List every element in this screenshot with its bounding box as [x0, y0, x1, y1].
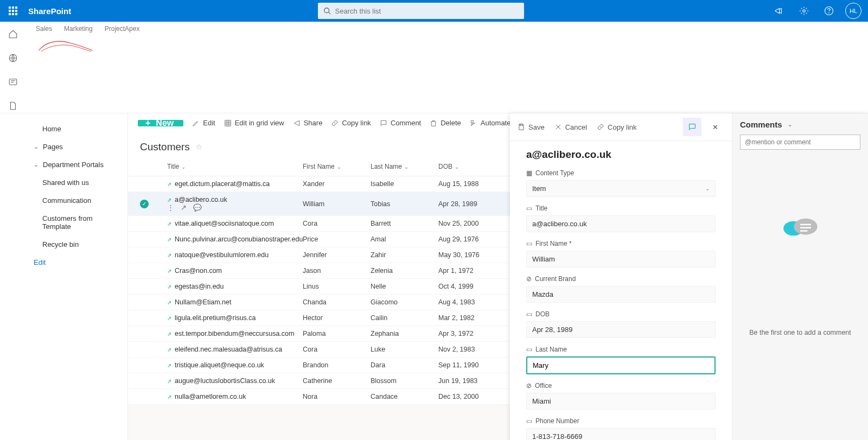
brand-label: SharePoint	[28, 7, 71, 16]
user-avatar[interactable]: HL	[845, 3, 861, 19]
nav-edit-link[interactable]: Edit	[26, 253, 127, 271]
svg-rect-9	[225, 120, 231, 126]
row-lastname: Amal	[371, 235, 438, 243]
link-icon: ⇗	[167, 299, 171, 305]
share-icon[interactable]: ↗	[181, 203, 187, 212]
chevron-down-icon: ⌄	[705, 186, 710, 192]
row-title: Nullam@Etiam.net	[175, 298, 231, 306]
nav-communication[interactable]: Communication	[26, 192, 127, 209]
form-title: a@aclibero.co.uk	[526, 149, 716, 161]
brand-field[interactable]: Mazda	[526, 286, 716, 303]
site-logo[interactable]	[36, 36, 95, 55]
suite-bar: SharePoint HL	[0, 0, 868, 22]
comments-heading[interactable]: Comments⌄	[740, 120, 860, 129]
globe-rail-icon[interactable]	[8, 53, 18, 65]
row-firstname: Paloma	[303, 330, 371, 337]
link-icon: ⇗	[167, 268, 171, 274]
row-title: tristique.aliquet@neque.co.uk	[175, 361, 264, 369]
nav-pages[interactable]: ⌄Pages	[26, 138, 127, 156]
office-field[interactable]: Miami	[526, 393, 716, 410]
field-label: ⊘Office	[526, 382, 716, 390]
comments-input[interactable]	[740, 135, 860, 150]
col-firstname[interactable]: First Name⌄	[303, 163, 371, 170]
hub-tabs: Sales Marketing ProjectApex	[26, 22, 868, 34]
lastname-input[interactable]	[526, 356, 716, 374]
row-lastname: Giacomo	[371, 298, 438, 306]
help-icon[interactable]	[820, 2, 838, 20]
app-launcher-icon[interactable]	[0, 7, 26, 15]
chevron-down-icon: ⌄	[337, 164, 341, 170]
pane-cancel-button[interactable]: Cancel	[554, 123, 587, 131]
field-label: ▭First Name *	[526, 240, 716, 247]
nav-home[interactable]: Home	[26, 120, 127, 138]
nav-shared[interactable]: Shared with us	[26, 174, 127, 192]
chevron-down-icon: ⌄	[34, 161, 39, 168]
row-lastname: Cailin	[371, 314, 438, 322]
svg-point-2	[803, 10, 806, 12]
link-icon: ⇗	[167, 252, 171, 258]
row-firstname: Price	[303, 235, 371, 243]
comments-toggle-icon[interactable]	[683, 118, 701, 136]
nav-customers-template[interactable]: Customers from Template	[26, 209, 127, 235]
comment-icon[interactable]: 💬	[193, 203, 202, 212]
pane-save-button[interactable]: Save	[518, 123, 545, 131]
star-icon[interactable]: ☆	[195, 142, 202, 152]
field-label: ▭Phone Number	[526, 417, 716, 425]
svg-rect-14	[520, 124, 523, 126]
search-box[interactable]	[318, 3, 524, 19]
nav-recycle[interactable]: Recycle bin	[26, 235, 127, 253]
col-dob[interactable]: DOB⌄	[438, 163, 509, 170]
phone-field[interactable]: 1-813-718-6669	[526, 428, 716, 440]
files-rail-icon[interactable]	[8, 101, 18, 113]
row-dob: Aug 15, 1988	[438, 180, 509, 188]
row-firstname: William	[303, 200, 371, 208]
dob-field[interactable]: Apr 28, 1989	[526, 321, 716, 338]
link-icon: ⇗	[167, 221, 171, 227]
delete-button[interactable]: Delete	[430, 119, 461, 127]
comments-art-icon	[740, 215, 860, 242]
more-icon[interactable]: ⋮	[167, 203, 174, 212]
field-label: ▦Content Type	[526, 169, 716, 177]
pencil-icon	[192, 119, 200, 127]
row-title: a@aclibero.co.uk	[175, 196, 227, 203]
news-rail-icon[interactable]	[8, 77, 18, 89]
home-rail-icon[interactable]	[8, 29, 18, 41]
content-type-select[interactable]: Item⌄	[526, 180, 716, 197]
pane-close-button[interactable]: ✕	[706, 118, 724, 136]
copylink-button[interactable]: Copy link	[331, 119, 371, 127]
link-icon: ⇗	[167, 331, 171, 337]
search-input[interactable]	[335, 7, 519, 15]
detail-pane: Save Cancel Copy link ✕ a@aclibero.co.uk…	[510, 113, 868, 440]
row-firstname: Jason	[303, 267, 371, 275]
row-title: augue@luctuslobortisClass.co.uk	[175, 377, 275, 385]
hub-tab[interactable]: Marketing	[64, 25, 93, 33]
col-title[interactable]: Title⌄	[167, 163, 303, 170]
row-firstname: Jennifer	[303, 251, 371, 259]
hub-tab[interactable]: ProjectApex	[105, 25, 140, 33]
row-firstname: Xander	[303, 180, 371, 188]
share-button[interactable]: Share	[293, 119, 323, 127]
search-icon	[323, 7, 331, 15]
row-title: nulla@ametlorem.co.uk	[175, 393, 246, 400]
settings-icon[interactable]	[795, 2, 813, 20]
edit-grid-button[interactable]: Edit in grid view	[224, 119, 284, 127]
hub-tab[interactable]: Sales	[36, 25, 52, 33]
row-lastname: Candace	[371, 393, 438, 400]
svg-rect-21	[800, 230, 807, 232]
megaphone-icon[interactable]	[770, 2, 788, 20]
row-firstname: Cora	[303, 220, 371, 227]
chevron-down-icon: ⌄	[788, 122, 792, 127]
nav-department-portals[interactable]: ⌄Department Portals	[26, 156, 127, 174]
new-button[interactable]: +New	[138, 120, 183, 126]
svg-point-4	[829, 12, 829, 13]
title-field[interactable]: a@aclibero.co.uk	[526, 215, 716, 232]
row-title: ligula.elit.pretium@risus.ca	[175, 314, 256, 322]
firstname-field[interactable]: William	[526, 251, 716, 267]
col-lastname[interactable]: Last Name⌄	[371, 163, 438, 170]
row-lastname: Nelle	[371, 283, 438, 290]
comment-button[interactable]: Comment	[380, 119, 421, 127]
pane-copylink-button[interactable]: Copy link	[597, 123, 636, 131]
link-icon	[597, 123, 604, 131]
edit-button[interactable]: Edit	[192, 119, 215, 127]
left-nav: Home ⌄Pages ⌄Department Portals Shared w…	[26, 113, 128, 440]
